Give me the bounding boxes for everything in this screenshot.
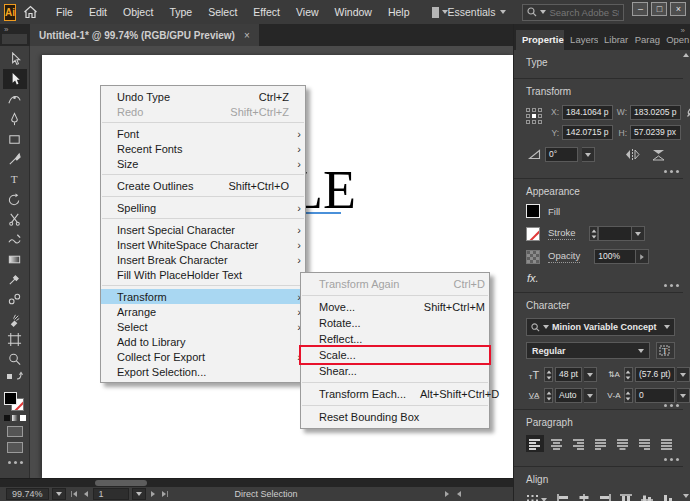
align-horizontal-right-button[interactable] [597, 492, 612, 501]
tab-opentype[interactable]: Open [660, 30, 690, 50]
menu-item-select[interactable]: Select› [101, 319, 305, 334]
selection-tool[interactable] [3, 49, 27, 69]
menu-item-insert-special-character[interactable]: Insert Special Character› [101, 222, 305, 237]
minimize-button[interactable]: – [632, 2, 648, 16]
next-artboard-button[interactable] [151, 491, 155, 497]
screen-mode-button[interactable] [7, 442, 23, 453]
leading-field[interactable]: (57.6 pt) [635, 367, 675, 382]
pen-tool[interactable] [3, 109, 27, 129]
tab-properties[interactable]: Properties [516, 30, 564, 50]
horizontal-scrollbar[interactable] [0, 478, 513, 487]
fill-swatch[interactable] [526, 204, 540, 218]
leading-chevron-icon[interactable] [677, 367, 690, 382]
submenu-item-reset-bounding-box[interactable]: Reset Bounding Box [301, 409, 489, 425]
rotation-angle-field[interactable]: 0° [545, 147, 578, 162]
align-vertical-center-button[interactable] [639, 492, 654, 501]
menu-item-insert-whitespace-character[interactable]: Insert WhiteSpace Character› [101, 237, 305, 252]
kerning-field[interactable]: Auto [555, 388, 582, 403]
tracking-stepper[interactable] [624, 388, 633, 403]
reference-point-selector[interactable] [526, 108, 543, 125]
align-horizontal-center-button[interactable] [576, 492, 591, 501]
maximize-button[interactable]: □ [651, 2, 667, 16]
tracking-chevron-icon[interactable] [677, 388, 690, 403]
menu-item-add-to-library[interactable]: Add to Library [101, 334, 305, 349]
font-size-field[interactable]: 48 pt [555, 367, 582, 382]
home-icon[interactable] [23, 5, 38, 19]
stroke-label[interactable]: Stroke [548, 227, 575, 240]
tracking-field[interactable]: 0 [635, 388, 675, 403]
menu-item-create-outlines[interactable]: Create OutlinesShift+Ctrl+O [101, 178, 305, 193]
opacity-expand-icon[interactable] [636, 249, 649, 264]
type-tool[interactable]: T [3, 169, 27, 189]
h-field[interactable]: 57.0239 px [630, 125, 681, 140]
font-style-select[interactable]: Regular [526, 342, 650, 359]
justify-last-center-button[interactable] [613, 435, 631, 452]
search-scope-chevron-icon[interactable] [540, 10, 546, 14]
tab-libraries[interactable]: Librar [598, 30, 629, 50]
drawing-modes-button[interactable] [7, 426, 23, 437]
menu-item-font[interactable]: Font› [101, 126, 305, 141]
toolbar-more-icon[interactable] [8, 461, 11, 464]
menu-window[interactable]: Window [327, 0, 380, 24]
x-field[interactable]: 184.1064 p [562, 105, 613, 120]
menu-item-spelling[interactable]: Spelling› [101, 200, 305, 215]
arrange-documents-icon[interactable] [432, 7, 439, 18]
y-field[interactable]: 142.0715 p [562, 125, 613, 140]
character-more-icon[interactable] [664, 404, 667, 407]
eyedropper-tool[interactable] [3, 269, 27, 289]
stroke-weight-field[interactable] [598, 226, 632, 241]
rectangle-tool[interactable] [3, 129, 27, 149]
curvature-tool[interactable] [3, 89, 27, 109]
menu-select[interactable]: Select [200, 0, 245, 24]
expand-toolbar-icon[interactable]: » [4, 25, 8, 34]
submenu-item-move[interactable]: Move...Shift+Ctrl+M [301, 299, 489, 315]
opacity-label[interactable]: Opacity [548, 250, 580, 263]
scissors-tool[interactable] [3, 209, 27, 229]
swap-fill-stroke-icon[interactable] [3, 369, 27, 382]
appearance-more-icon[interactable] [664, 284, 667, 287]
align-vertical-bottom-button[interactable] [660, 492, 675, 501]
paintbrush-tool[interactable] [3, 149, 27, 169]
tab-layers[interactable]: Layers [564, 30, 598, 50]
justify-all-button[interactable] [657, 435, 675, 452]
flip-horizontal-icon[interactable] [625, 149, 640, 160]
menu-item-transform[interactable]: Transform› [101, 289, 305, 304]
justify-last-right-button[interactable] [635, 435, 653, 452]
flip-vertical-icon[interactable] [652, 149, 665, 161]
submenu-item-transform-each[interactable]: Transform Each...Alt+Shift+Ctrl+D [301, 386, 489, 402]
symbol-sprayer-tool[interactable] [3, 309, 27, 329]
justify-last-left-button[interactable] [592, 435, 610, 452]
paragraph-more-icon[interactable] [664, 458, 667, 461]
submenu-item-scale[interactable]: Scale... [301, 347, 489, 363]
menu-item-size[interactable]: Size› [101, 156, 305, 171]
align-center-button[interactable] [548, 435, 566, 452]
align-horizontal-left-button[interactable] [555, 492, 570, 501]
menu-view[interactable]: View [288, 0, 327, 24]
menu-item-insert-break-character[interactable]: Insert Break Character› [101, 252, 305, 267]
menu-file[interactable]: File [48, 0, 81, 24]
color-button[interactable] [4, 415, 10, 421]
close-tab-icon[interactable]: × [244, 30, 250, 41]
first-artboard-button[interactable] [71, 491, 77, 497]
document-tab[interactable]: Untitled-1* @ 99.74% (RGB/GPU Preview) × [30, 24, 259, 46]
zoom-tool[interactable] [3, 349, 27, 369]
menu-effect[interactable]: Effect [245, 0, 288, 24]
menu-item-fill-with-placeholder-text[interactable]: Fill With PlaceHolder Text [101, 267, 305, 282]
menu-item-export-selection[interactable]: Export Selection... [101, 364, 305, 379]
constrain-proportions-icon[interactable] [686, 104, 690, 120]
collapse-panels-icon[interactable]: » [681, 26, 685, 35]
menu-item-arrange[interactable]: Arrange› [101, 304, 305, 319]
fill-color-swatch[interactable] [4, 392, 17, 405]
artboard-tool[interactable] [3, 329, 27, 349]
blend-tool[interactable] [3, 289, 27, 309]
opacity-swatch[interactable] [526, 250, 540, 264]
rotation-angle-chevron-icon[interactable] [582, 147, 595, 162]
status-expand-icon[interactable] [445, 491, 449, 497]
gradient-button[interactable] [12, 415, 18, 421]
align-right-button[interactable] [570, 435, 588, 452]
menu-edit[interactable]: Edit [81, 0, 115, 24]
touch-type-tool-button[interactable]: T [656, 342, 675, 359]
direct-selection-tool[interactable] [3, 69, 27, 89]
rotate-tool[interactable] [3, 189, 27, 209]
align-left-button[interactable] [526, 435, 544, 452]
